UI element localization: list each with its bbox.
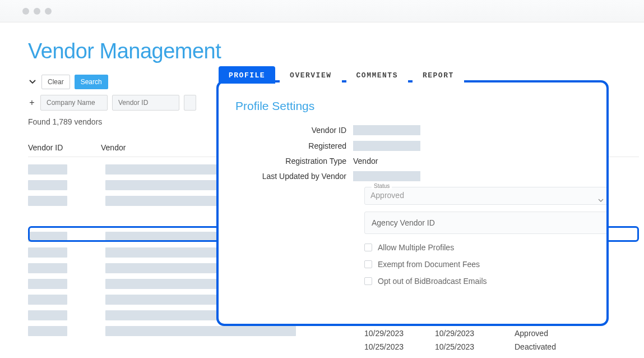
status-cell: Deactivated (515, 342, 582, 351)
company-name-filter[interactable] (40, 95, 108, 111)
extra-filter[interactable] (184, 95, 196, 111)
agency-vendor-id-input[interactable]: Agency Vendor ID (364, 212, 606, 234)
allow-multiple-checkbox[interactable] (364, 244, 372, 251)
value-registration-type: Vendor (353, 157, 378, 166)
tab-profile[interactable]: PROFILE (219, 66, 275, 84)
allow-multiple-label: Allow Multiple Profiles (378, 243, 454, 252)
value-last-updated (353, 171, 420, 181)
chrome-dot (22, 8, 29, 15)
label-vendor-id: Vendor ID (235, 126, 353, 135)
exempt-fees-checkbox[interactable] (364, 260, 372, 268)
label-registration-type: Registration Type (235, 157, 353, 166)
window-chrome (0, 0, 644, 22)
search-button[interactable]: Search (75, 75, 108, 89)
opt-out-checkbox[interactable] (364, 277, 372, 285)
label-registered: Registered (235, 141, 353, 150)
status-select[interactable]: Status Approved (364, 187, 606, 205)
table-row[interactable]: 10/29/2023 10/29/2023 Approved (28, 329, 642, 338)
column-vendor-id[interactable]: Vendor ID (28, 143, 101, 152)
value-vendor-id (353, 125, 420, 135)
label-last-updated: Last Updated by Vendor (235, 172, 353, 181)
table-row[interactable]: 10/25/2023 10/25/2023 Deactivated (28, 342, 642, 351)
profile-detail-panel: PROFILE OVERVIEW COMMENTS REPORT Profile… (216, 80, 609, 326)
chrome-dot (34, 8, 40, 15)
value-registered (353, 141, 420, 151)
date-cell: 10/29/2023 (435, 329, 515, 338)
page-title: Vendor Management (28, 39, 644, 63)
exempt-fees-label: Exempt from Document Fees (378, 260, 480, 269)
date-cell: 10/25/2023 (435, 342, 515, 351)
tab-report[interactable]: REPORT (413, 66, 464, 84)
vendor-id-filter[interactable] (112, 95, 179, 111)
date-cell: 10/25/2023 (364, 342, 435, 351)
chevron-down-icon[interactable] (28, 77, 37, 86)
add-filter-icon[interactable]: + (28, 99, 36, 107)
chrome-dot (45, 8, 52, 15)
tab-comments[interactable]: COMMENTS (346, 66, 408, 84)
opt-out-label: Opt out of BidBroadcast Emails (378, 277, 487, 286)
tab-overview[interactable]: OVERVIEW (280, 66, 341, 84)
chevron-down-icon (598, 194, 604, 204)
status-label: Status (372, 183, 392, 189)
status-cell: Approved (515, 329, 582, 338)
date-cell: 10/29/2023 (364, 329, 435, 338)
clear-button[interactable]: Clear (41, 75, 70, 89)
panel-title: Profile Settings (235, 99, 590, 113)
status-value: Approved (370, 191, 605, 200)
